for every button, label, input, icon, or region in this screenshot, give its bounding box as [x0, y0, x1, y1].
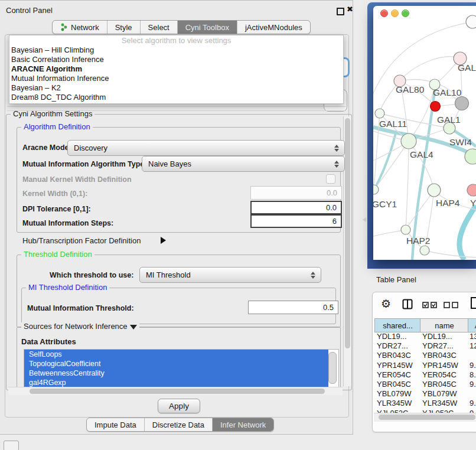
- table-cell: 9.: [470, 380, 476, 389]
- float-window-icon[interactable]: [337, 8, 344, 15]
- kernel-width-label: Kernel Width (0,1):: [22, 190, 87, 198]
- algorithm-item[interactable]: Bayesian – K2: [9, 83, 343, 93]
- tab-jactivemnodules[interactable]: jActiveMNodules: [237, 21, 310, 34]
- network-edge[interactable]: [412, 90, 435, 260]
- attribute-item-selected[interactable]: SelfLoops: [24, 350, 328, 359]
- unselect-all-icon[interactable]: [444, 302, 459, 308]
- algorithm-item[interactable]: ARACNE Algorithm: [9, 64, 343, 74]
- network-node[interactable]: [466, 15, 476, 28]
- function-icon[interactable]: [470, 296, 476, 309]
- apply-button[interactable]: Apply: [158, 399, 200, 413]
- algorithm-item[interactable]: Bayesian – Hill Climbing: [9, 45, 343, 55]
- table-rows: YDL19...YDL19...13YDR27...YDR27...12YBR0…: [373, 332, 476, 415]
- network-node-hap4[interactable]: [428, 184, 441, 197]
- mi-type-label: Mutual Information Algorithm Type:: [22, 160, 146, 168]
- table-row[interactable]: YLR345WYLR345W9.: [373, 399, 476, 408]
- algorithm-item[interactable]: Mutual Information Inference: [9, 74, 343, 83]
- network-node[interactable]: [431, 102, 441, 112]
- table-cell: 13: [470, 332, 476, 341]
- tab-network[interactable]: Network: [53, 21, 107, 34]
- bottom-tabs: Impute DataDiscretize DataInfer Network: [86, 418, 274, 432]
- column-header-name[interactable]: name: [420, 318, 469, 332]
- node-label: Y: [470, 198, 476, 208]
- table-horizontal-scrollbar[interactable]: [374, 413, 476, 422]
- tab-style[interactable]: Style: [107, 21, 141, 34]
- table-cell: 9.: [470, 361, 476, 370]
- network-edge[interactable]: [425, 250, 476, 257]
- network-node-gal4[interactable]: [401, 133, 416, 149]
- tab-label: Impute Data: [94, 420, 136, 429]
- algorithm-item[interactable]: Dream8 DC_TDC Algorithm: [9, 93, 343, 102]
- table-row[interactable]: YBR043CYBR043C: [373, 351, 476, 360]
- mi-threshold-definition-title: MI Threshold Definition: [26, 283, 109, 292]
- attribute-item-selected[interactable]: TopologicalCoefficient: [24, 359, 328, 369]
- attribute-item-selected[interactable]: gal4RGexp: [24, 378, 328, 387]
- mi-steps-field[interactable]: 6: [250, 214, 342, 228]
- data-attributes-list[interactable]: SelfLoopsTopologicalCoefficientBetweenne…: [24, 349, 339, 387]
- which-threshold-combo[interactable]: MI Threshold: [139, 267, 321, 283]
- table-row[interactable]: YDR27...YDR27...12: [373, 341, 476, 351]
- tab-infer-network[interactable]: Infer Network: [213, 418, 273, 431]
- minimized-panel-icon[interactable]: [4, 441, 19, 450]
- table-row[interactable]: YER054CYER054C8.: [373, 370, 476, 380]
- select-all-icon[interactable]: [422, 302, 438, 308]
- table-cell: 9.: [470, 399, 476, 407]
- table-row[interactable]: YDL19...YDL19...13: [373, 332, 476, 341]
- control-panel: Control Panel ✖ NetworkStyleSelectCyni T…: [0, 0, 353, 435]
- network-node-hap2[interactable]: [401, 225, 410, 234]
- table-cell: YDR27...: [377, 341, 408, 350]
- node-label: GAL10: [433, 87, 462, 97]
- tab-impute-data[interactable]: Impute Data: [87, 418, 145, 431]
- table-cell: YDR27...: [422, 341, 454, 350]
- network-node[interactable]: [455, 97, 469, 110]
- table-row[interactable]: YBL079WYBL079W: [373, 389, 476, 399]
- network-edge[interactable]: [459, 206, 476, 260]
- network-node[interactable]: [420, 246, 429, 255]
- network-node-y[interactable]: [467, 184, 476, 196]
- panel-resize-gripper[interactable]: [363, 217, 366, 222]
- tab-cyni-toolbox[interactable]: Cyni Toolbox: [178, 21, 237, 34]
- aracne-mode-combo[interactable]: Discovery: [67, 140, 345, 156]
- sources-title: Sources for Network Inference: [21, 322, 139, 331]
- table-cell: YBL079W: [422, 389, 457, 398]
- network-node-gal11[interactable]: [375, 109, 384, 118]
- collapse-icon[interactable]: [130, 325, 137, 330]
- mi-type-combo[interactable]: Naive Bayes: [142, 156, 345, 172]
- network-node-gcy1[interactable]: [373, 185, 379, 194]
- network-edge[interactable]: [373, 133, 396, 192]
- manual-kernel-checkbox[interactable]: [326, 174, 335, 184]
- kernel-width-field[interactable]: 0.0: [250, 186, 342, 200]
- mi-threshold-field[interactable]: 0.5: [248, 301, 338, 314]
- network-edge[interactable]: [406, 141, 409, 230]
- tab-label: Style: [115, 23, 132, 32]
- zoom-traffic-icon[interactable]: [402, 9, 409, 17]
- close-icon[interactable]: ✖: [347, 5, 353, 14]
- list-scrollbar-thumb[interactable]: [328, 352, 337, 384]
- table-row[interactable]: YBR045CYBR045C9.: [373, 380, 476, 389]
- settings-vertical-scrollbar-thumb[interactable]: [345, 118, 350, 348]
- tab-discretize-data[interactable]: Discretize Data: [145, 418, 213, 431]
- attribute-item-selected[interactable]: BetweennessCentrality: [24, 369, 328, 378]
- network-canvas[interactable]: GALGAL80GAL10GAL11GAL1SWI4GAL4GCY1HAP4YH…: [373, 6, 476, 260]
- node-label: GAL4: [410, 149, 433, 159]
- algorithm-picker-popup: Select algorithm to view settings Bayesi…: [9, 35, 344, 104]
- table-panel-title: Table Panel: [376, 275, 416, 284]
- network-view-window[interactable]: GALGAL80GAL10GAL11GAL1SWI4GAL4GCY1HAP4YH…: [373, 6, 476, 260]
- minimize-traffic-icon[interactable]: [391, 9, 399, 17]
- tab-label: Select: [148, 23, 169, 32]
- tab-select[interactable]: Select: [141, 21, 178, 34]
- columns-icon[interactable]: [402, 299, 413, 309]
- dpi-tolerance-field[interactable]: 0.0: [250, 201, 342, 214]
- column-header-a[interactable]: A: [468, 318, 476, 332]
- settings-horizontal-scrollbar[interactable]: [8, 387, 343, 395]
- table-horizontal-scrollbar-thumb[interactable]: [379, 415, 475, 420]
- gear-icon[interactable]: ⚙: [381, 297, 391, 311]
- close-traffic-icon[interactable]: [380, 9, 388, 17]
- which-threshold-label: Which threshold to use:: [50, 271, 133, 279]
- algorithm-item[interactable]: Basic Correlation Inference: [9, 55, 343, 64]
- settings-horizontal-scrollbar-thumb[interactable]: [30, 389, 325, 394]
- column-header-shared[interactable]: shared...: [374, 318, 421, 332]
- table-row[interactable]: YPR145WYPR145W9.: [373, 361, 476, 370]
- hub-expand-icon[interactable]: [161, 237, 166, 244]
- table-panel: ⚙ shared...nameA YDL19...YDL19...13YDR27…: [372, 292, 476, 432]
